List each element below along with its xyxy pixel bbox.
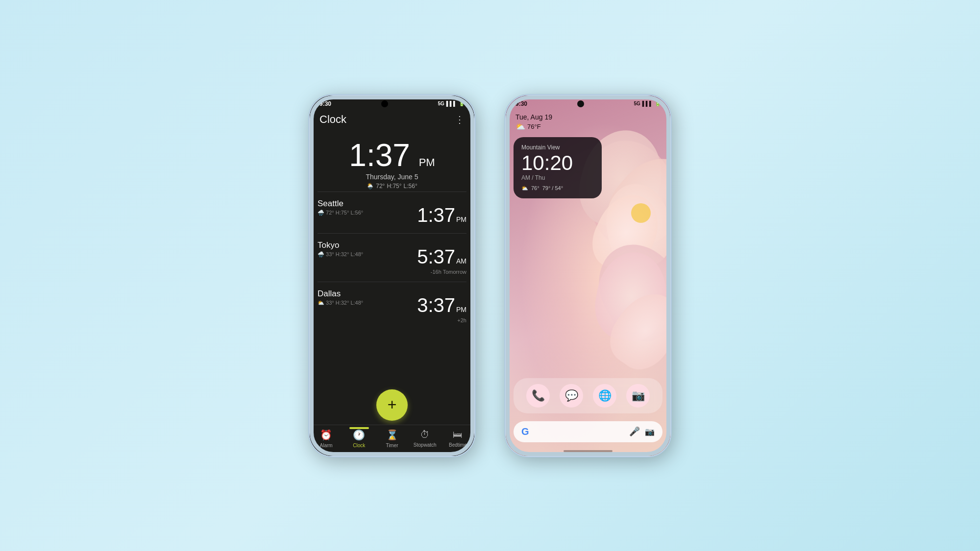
dock-area: 📞 💬 🌐 📷: [506, 378, 670, 417]
stopwatch-icon: ⏱: [420, 429, 430, 440]
ampm-tokyo: AM: [456, 257, 466, 265]
world-clock-seattle[interactable]: Seattle 🌧️ 72° H:75° L:56° 1:37 PM: [318, 192, 466, 233]
home-temperature: 76°F: [527, 123, 541, 130]
main-time-value: 1:37 PM: [310, 140, 474, 171]
ampm-seattle: PM: [456, 216, 466, 223]
phones-container: 9:30 5G ▌▌▌ 🔋 Clock ⋮ 1:37 PM Thursday, …: [309, 95, 671, 457]
status-icons-phone1: 5G ▌▌▌ 🔋: [438, 101, 465, 106]
phone-2-home-screen: 9:30 5G ▌▌▌ 🔋 Tue, Aug 19 ⛅ 76°F Mountai…: [505, 95, 671, 457]
active-indicator: [349, 427, 369, 429]
phone-dock-icon[interactable]: 📞: [526, 384, 550, 407]
main-low: L:56°: [404, 183, 417, 190]
nav-timer[interactable]: ⌛ Timer: [375, 429, 408, 448]
main-ampm: PM: [419, 156, 435, 168]
nav-alarm[interactable]: ⏰ Alarm: [310, 429, 343, 448]
signal-label-phone2: 5G: [634, 101, 640, 106]
widget-highlow: 79° / 54°: [542, 185, 563, 191]
widget-weather: ⛅ 76° 79° / 54°: [521, 185, 594, 192]
world-clocks-list: Seattle 🌧️ 72° H:75° L:56° 1:37 PM Tokyo…: [310, 192, 474, 382]
time-seattle: 1:37: [417, 204, 455, 226]
add-city-fab[interactable]: +: [376, 389, 408, 421]
clock-app-title: Clock: [319, 113, 346, 126]
status-time-phone2: 9:30: [515, 100, 527, 107]
clock-icon: 🕐: [353, 429, 365, 441]
messages-dock-icon[interactable]: 💬: [560, 384, 583, 407]
world-clock-tokyo[interactable]: Tokyo 🌧️ 33° H:32° L:48° 5:37 AM -16h To…: [318, 233, 466, 282]
status-time-phone1: 9:30: [319, 100, 331, 107]
bedtime-label: Bedtime: [449, 442, 467, 448]
world-clock-dallas[interactable]: Dallas ⛅ 33° H:32° L:48° 3:37 PM +2h: [318, 282, 466, 330]
nav-stopwatch[interactable]: ⏱ Stopwatch: [409, 429, 441, 448]
home-weather-icon: ⛅: [515, 122, 525, 131]
signal-bars-icon2: ▌▌▌: [642, 101, 653, 106]
widget-temp: 76°: [531, 185, 539, 191]
nav-clock[interactable]: 🕐 Clock: [343, 429, 375, 448]
widget-weather-icon: ⛅: [521, 185, 528, 192]
alarm-icon: ⏰: [320, 429, 332, 441]
main-weather: 🌦️ 72° H:75° L:56°: [310, 183, 474, 190]
widget-ampm-day: AM / Thu: [521, 174, 594, 181]
clock-app-content: Clock ⋮ 1:37 PM Thursday, June 5 🌦️ 72° …: [310, 109, 474, 456]
main-high: H:75°: [387, 183, 401, 190]
google-search-bar[interactable]: G 🎤 📷: [514, 421, 662, 442]
main-date: Thursday, June 5: [310, 173, 474, 181]
status-icons-phone2: 5G ▌▌▌ 🔋: [634, 101, 661, 106]
signal-label-phone1: 5G: [438, 101, 444, 106]
home-content: 9:30 5G ▌▌▌ 🔋 Tue, Aug 19 ⛅ 76°F Mountai…: [506, 96, 670, 456]
widget-time: 10:20: [521, 153, 594, 173]
weather-icon-main: 🌦️: [367, 183, 374, 190]
power-button[interactable]: [474, 184, 475, 213]
phone-1-clock-app: 9:30 5G ▌▌▌ 🔋 Clock ⋮ 1:37 PM Thursday, …: [309, 95, 475, 457]
stopwatch-label: Stopwatch: [414, 442, 437, 448]
home-spacer: [506, 204, 670, 378]
battery-icon2: 🔋: [655, 101, 661, 106]
home-date-row: Tue, Aug 19: [506, 109, 670, 121]
home-weather-row: ⛅ 76°F: [506, 121, 670, 131]
time-dallas: 3:37: [417, 294, 455, 316]
offset-tokyo: -16h Tomorrow: [318, 269, 466, 275]
timer-icon: ⌛: [386, 429, 398, 441]
bottom-navigation: ⏰ Alarm 🕐 Clock ⌛ Timer ⏱ Stopwatch: [310, 425, 474, 456]
bedtime-icon: 🛏: [453, 429, 463, 440]
main-clock-display: 1:37 PM Thursday, June 5 🌦️ 72° H:75° L:…: [310, 132, 474, 192]
chrome-dock-icon[interactable]: 🌐: [593, 384, 616, 407]
google-g-logo: G: [521, 426, 529, 437]
home-clock-widget[interactable]: Mountain View 10:20 AM / Thu ⛅ 76° 79° /…: [514, 137, 602, 198]
home-date: Tue, Aug 19: [515, 113, 661, 121]
timer-label: Timer: [386, 443, 398, 448]
widget-location: Mountain View: [521, 144, 594, 151]
battery-icon: 🔋: [459, 101, 465, 106]
dock-icons-row: 📞 💬 🌐 📷: [514, 378, 662, 413]
overflow-menu-button[interactable]: ⋮: [455, 114, 465, 125]
main-temp: 72°: [376, 183, 385, 190]
signal-bars-icon: ▌▌▌: [446, 101, 457, 106]
offset-dallas: +2h: [318, 317, 466, 323]
voice-search-icon[interactable]: 🎤: [629, 426, 640, 437]
clock-label: Clock: [353, 443, 365, 448]
main-hours-minutes: 1:37: [349, 138, 410, 173]
nav-bedtime[interactable]: 🛏 Bedtime: [441, 429, 474, 448]
front-camera-phone2: [577, 100, 584, 107]
fab-container: +: [310, 382, 474, 425]
ampm-dallas: PM: [456, 306, 466, 313]
status-bar-phone2: 9:30 5G ▌▌▌ 🔋: [506, 96, 670, 109]
home-bar-indicator: [564, 450, 612, 452]
alarm-label: Alarm: [320, 443, 333, 448]
camera-dock-icon[interactable]: 📷: [626, 384, 650, 407]
time-tokyo: 5:37: [417, 246, 455, 268]
lens-search-icon[interactable]: 📷: [645, 427, 655, 436]
front-camera-phone1: [381, 100, 388, 107]
clock-app-header: Clock ⋮: [310, 109, 474, 132]
status-bar-phone1: 9:30 5G ▌▌▌ 🔋: [310, 96, 474, 109]
